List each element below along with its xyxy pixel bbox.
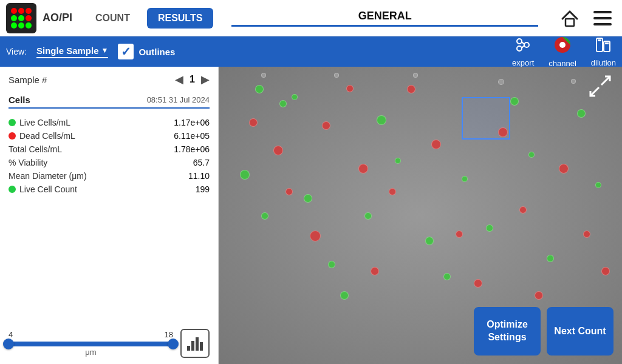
header-icons — [556, 5, 616, 32]
cell-red-25 — [346, 85, 354, 92]
dilution-icon — [595, 36, 612, 57]
toolbar: View: Single Sample ▼ ✓ Outlines export — [0, 36, 622, 67]
home-button[interactable] — [556, 5, 583, 32]
cells-header: Cells 08:51 31 Jul 2024 — [9, 95, 210, 109]
cell-red-20 — [249, 118, 258, 127]
outlines-checkbox[interactable]: ✓ Outlines — [118, 44, 175, 59]
svg-rect-25 — [191, 341, 194, 351]
cell-gray-41 — [413, 73, 418, 78]
expand-button[interactable] — [587, 73, 613, 99]
sample-number: 1 — [190, 74, 195, 85]
histogram-button[interactable] — [180, 329, 210, 358]
cell-green-16 — [528, 152, 535, 158]
right-panel: Optimize Settings Next Count — [219, 67, 622, 364]
general-label: GENERAL — [231, 10, 538, 27]
slider-unit: μm — [9, 348, 173, 357]
svg-rect-27 — [200, 342, 203, 351]
sample-label: Sample # — [9, 75, 169, 85]
checkbox-box: ✓ — [118, 44, 134, 59]
dilution-button[interactable]: dilution — [591, 36, 616, 67]
bottom-buttons: Optimize Settings Next Count — [474, 307, 613, 356]
metric-value-live-count: 199 — [196, 184, 210, 194]
cells-timestamp: 08:51 31 Jul 2024 — [147, 95, 210, 104]
cell-green-0 — [255, 85, 264, 93]
cell-green-14 — [486, 224, 493, 232]
svg-point-14 — [524, 42, 529, 47]
svg-rect-24 — [187, 346, 190, 351]
cell-red-37 — [583, 231, 590, 238]
metric-label-diameter: Mean Diameter (μm) — [9, 171, 87, 181]
left-panel: Sample # ◀ 1 ▶ Cells 08:51 31 Jul 2024 L… — [0, 67, 219, 364]
slider-max-label: 18 — [165, 330, 173, 339]
cell-red-29 — [407, 85, 415, 93]
header: AO/PI COUNT RESULTS GENERAL — [0, 0, 622, 36]
metric-label-viability: % Viability — [9, 158, 47, 167]
cells-title: Cells — [9, 95, 30, 105]
export-icon — [514, 36, 531, 57]
cell-green-9 — [377, 115, 386, 125]
cell-green-8 — [364, 212, 372, 220]
sample-prev-button[interactable]: ◀ — [175, 73, 183, 86]
cell-red-28 — [389, 188, 396, 195]
slider-track — [9, 342, 173, 346]
menu-button[interactable] — [589, 5, 616, 32]
svg-point-13 — [517, 39, 522, 44]
view-select[interactable]: Single Sample ▼ — [36, 46, 108, 58]
cell-red-22 — [285, 188, 293, 195]
export-button[interactable]: export — [512, 36, 534, 67]
metric-value-dead-cells: 6.11e+05 — [174, 131, 210, 141]
sample-row: Sample # ◀ 1 ▶ — [9, 73, 210, 86]
svg-rect-26 — [196, 337, 199, 351]
sample-next-button[interactable]: ▶ — [201, 73, 210, 86]
metric-row-viability: % Viability65.7 — [9, 156, 210, 169]
main-content: Sample # ◀ 1 ▶ Cells 08:51 31 Jul 2024 L… — [0, 67, 622, 364]
cell-green-19 — [595, 182, 601, 188]
next-count-button[interactable]: Next Count — [547, 307, 613, 356]
cell-green-1 — [279, 100, 287, 107]
svg-rect-9 — [566, 19, 574, 26]
cell-red-23 — [310, 231, 321, 241]
app-name: AO/PI — [43, 12, 72, 24]
cell-green-3 — [240, 170, 250, 180]
diameter-slider[interactable]: 4 18 μm — [9, 330, 173, 357]
channel-button[interactable]: channel — [549, 36, 576, 68]
metric-label-live-cells: Live Cells/mL — [9, 118, 70, 127]
metric-label-live-count: Live Cell Count — [9, 184, 77, 194]
red-dot-icon — [9, 132, 16, 140]
metric-value-live-cells: 1.17e+06 — [174, 118, 210, 127]
cell-red-33 — [498, 127, 508, 137]
metrics-list: Live Cells/mL1.17e+06Dead Cells/mL6.11e+… — [9, 116, 210, 196]
chevron-down-icon: ▼ — [101, 46, 109, 55]
cell-red-34 — [519, 206, 527, 214]
cell-green-7 — [340, 291, 349, 300]
metric-value-viability: 65.7 — [193, 158, 210, 167]
svg-line-28 — [601, 76, 610, 85]
view-prefix: View: — [6, 47, 27, 56]
svg-line-16 — [522, 42, 524, 44]
cell-red-21 — [273, 146, 283, 155]
cell-gray-40 — [334, 73, 339, 78]
svg-point-15 — [517, 46, 522, 51]
view-value: Single Sample — [36, 46, 99, 56]
metric-label-total-cells: Total Cells/mL — [9, 144, 62, 154]
cell-green-15 — [510, 97, 519, 106]
svg-rect-23 — [605, 42, 609, 44]
optimize-settings-button[interactable]: Optimize Settings — [474, 307, 541, 356]
cell-green-6 — [328, 261, 335, 268]
cell-red-38 — [601, 267, 610, 275]
green-dot-icon — [9, 119, 16, 126]
slider-area: 4 18 μm — [9, 323, 210, 358]
slider-thumb-right[interactable] — [168, 339, 179, 349]
cell-gray-42 — [498, 79, 504, 85]
slider-thumb-left[interactable] — [3, 339, 14, 349]
cell-red-24 — [322, 121, 330, 130]
cell-gray-43 — [571, 79, 576, 84]
cell-red-35 — [535, 291, 543, 300]
svg-point-2 — [11, 15, 17, 21]
cell-green-17 — [547, 255, 554, 262]
nav-results[interactable]: RESULTS — [147, 8, 213, 29]
svg-point-3 — [18, 15, 24, 21]
cell-green-18 — [577, 109, 586, 118]
nav-count[interactable]: COUNT — [84, 8, 141, 29]
cell-green-11 — [425, 237, 434, 245]
